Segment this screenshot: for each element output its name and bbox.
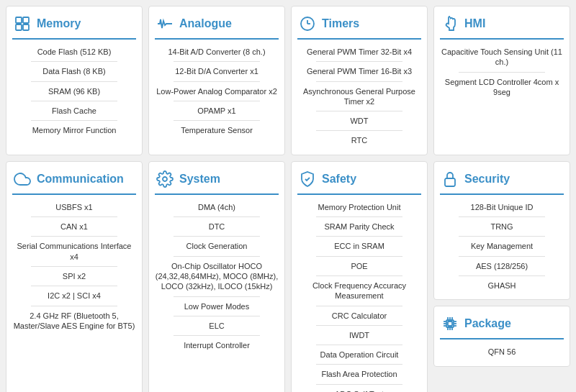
card-package: PackageQFN 56	[433, 306, 570, 366]
card-header-hmi: HMI	[440, 14, 564, 40]
card-items-analogue: 14-Bit A/D Converter (8 ch.)12-Bit D/A C…	[155, 47, 279, 135]
card-header-system: System	[155, 169, 279, 195]
list-item: OPAMP x1	[197, 106, 235, 116]
card-timers: TimersGeneral PWM Timer 32-Bit x4General…	[291, 6, 428, 155]
divider	[316, 130, 402, 131]
card-items-timers: General PWM Timer 32-Bit x4General PWM T…	[297, 47, 421, 146]
divider	[31, 236, 117, 237]
shield-icon	[297, 169, 318, 189]
list-item: ELC	[209, 321, 224, 331]
card-security: Security128-Bit Unique IDTRNGKey Managem…	[433, 161, 570, 300]
list-item: General PWM Timer 32-Bit x4	[307, 47, 412, 57]
divider	[174, 296, 260, 297]
main-grid: MemoryCode Flash (512 KB)Data Flash (8 K…	[6, 6, 570, 392]
card-header-communication: Communication	[12, 169, 136, 195]
divider	[459, 236, 545, 237]
list-item: Clock Frequency Accuracy Measurement	[297, 281, 421, 301]
list-item: ECC in SRAM	[334, 241, 384, 251]
list-item: 12-Bit D/A Converter x1	[175, 66, 258, 76]
card-header-analogue: Analogue	[155, 14, 279, 40]
list-item: DTC	[209, 222, 225, 232]
list-item: Low-Power Analog Comparator x2	[156, 86, 277, 96]
divider	[316, 325, 402, 326]
card-safety: SafetyMemory Protection UnitSRAM Parity …	[291, 161, 428, 392]
divider	[316, 364, 402, 365]
list-item: ADC Self Test	[335, 389, 384, 392]
list-item: Interrupt Controller	[184, 340, 250, 350]
list-item: Serial Communications Interface x4	[12, 241, 136, 262]
card-items-memory: Code Flash (512 KB)Data Flash (8 KB)SRAM…	[12, 47, 136, 135]
card-title-system: System	[179, 173, 220, 186]
divider	[174, 120, 260, 121]
col4-container: Security128-Bit Unique IDTRNGKey Managem…	[433, 161, 570, 392]
svg-point-7	[163, 177, 167, 181]
list-item: CAN x1	[60, 222, 88, 232]
card-items-system: DMA (4ch)DTCClock GenerationOn-Chip Osci…	[155, 202, 279, 351]
list-item: Low Power Modes	[184, 301, 250, 311]
list-item: Data Operation Circuit	[320, 350, 399, 360]
divider	[31, 120, 117, 121]
list-item: General PWM Timer 16-Bit x3	[307, 66, 412, 76]
divider	[31, 81, 117, 82]
svg-rect-2	[16, 24, 22, 30]
divider	[174, 316, 260, 316]
grid-icon	[12, 14, 32, 34]
divider	[459, 216, 545, 217]
card-title-security: Security	[464, 173, 510, 186]
list-item: QFN 56	[488, 347, 516, 357]
list-item: SRAM Parity Check	[324, 222, 394, 232]
divider	[174, 81, 260, 82]
list-item: CRC Calculator	[332, 311, 387, 321]
divider	[31, 216, 117, 217]
list-item: RTC	[351, 135, 367, 145]
card-title-package: Package	[464, 317, 511, 330]
list-item: On-Chip Oscillator HOCO (24,32,48,64MHz)…	[155, 261, 279, 292]
list-item: Memory Mirror Function	[32, 125, 117, 135]
card-title-analogue: Analogue	[179, 17, 232, 30]
divider	[31, 266, 117, 267]
gear-icon	[155, 169, 175, 189]
list-item: 128-Bit Unique ID	[471, 202, 534, 212]
list-item: Memory Protection Unit	[318, 202, 401, 212]
divider	[459, 256, 545, 257]
list-item: SPI x2	[63, 271, 86, 281]
card-title-memory: Memory	[37, 17, 81, 30]
list-item: WDT	[350, 116, 368, 126]
divider	[316, 384, 402, 385]
card-header-security: Security	[440, 169, 564, 195]
chip-icon	[440, 314, 460, 334]
divider	[174, 236, 260, 237]
divider	[316, 61, 402, 62]
card-system: SystemDMA (4ch)DTCClock GenerationOn-Chi…	[148, 161, 285, 392]
lock-icon	[440, 169, 460, 189]
list-item: 14-Bit A/D Converter (8 ch.)	[168, 47, 265, 57]
divider	[459, 275, 545, 276]
svg-rect-8	[445, 178, 455, 186]
card-header-memory: Memory	[12, 14, 136, 40]
list-item: Flash Cache	[52, 106, 96, 116]
divider	[316, 256, 402, 257]
list-item: Code Flash (512 KB)	[37, 47, 112, 57]
list-item: AES (128/256)	[476, 261, 528, 271]
list-item: POE	[351, 261, 367, 271]
card-header-timers: Timers	[297, 14, 421, 40]
divider	[459, 72, 545, 73]
card-items-hmi: Capacitive Touch Sensing Unit (11 ch.)Se…	[440, 47, 564, 97]
svg-rect-3	[23, 24, 29, 30]
list-item: Segment LCD Controller 4com x 9seg	[440, 77, 564, 98]
card-items-safety: Memory Protection UnitSRAM Parity CheckE…	[297, 202, 421, 392]
list-item: Temperature Sensor	[181, 125, 253, 135]
list-item: I2C x2 | SCI x4	[48, 291, 101, 301]
list-item: Clock Generation	[186, 241, 248, 251]
list-item: Data Flash (8 KB)	[42, 66, 105, 76]
list-item: Key Management	[471, 241, 533, 251]
card-header-package: Package	[440, 314, 564, 339]
divider	[316, 81, 402, 82]
card-items-package: QFN 56	[440, 347, 564, 357]
divider	[316, 236, 402, 237]
divider	[31, 101, 117, 101]
card-header-safety: Safety	[297, 169, 421, 195]
card-title-hmi: HMI	[464, 17, 485, 30]
card-memory: MemoryCode Flash (512 KB)Data Flash (8 K…	[6, 6, 143, 155]
divider	[316, 306, 402, 306]
